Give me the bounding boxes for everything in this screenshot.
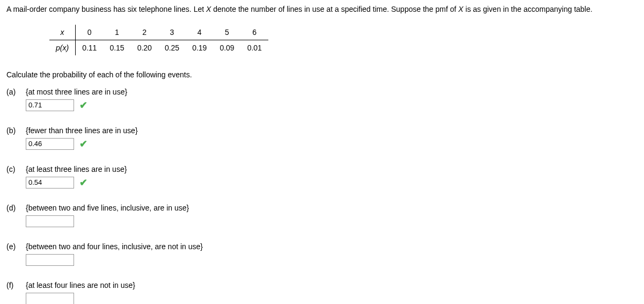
question-a-text: {at most three lines are in use} — [26, 88, 638, 96]
pmf-p-6: 0.01 — [241, 40, 268, 55]
pmf-p-2: 0.20 — [131, 40, 158, 55]
question-d-text: {between two and five lines, inclusive, … — [26, 204, 638, 212]
pmf-x-6: 6 — [241, 25, 268, 40]
problem-intro-post: is as given in the accompanying table. — [463, 5, 592, 13]
question-d-label: (d) — [6, 204, 26, 212]
pmf-x-4: 4 — [186, 25, 213, 40]
instruction: Calculate the probability of each of the… — [6, 70, 638, 79]
question-a: (a) {at most three lines are in use} ✔ — [6, 88, 638, 111]
pmf-p-5: 0.09 — [213, 40, 240, 55]
question-c-text: {at least three lines are in use} — [26, 165, 638, 173]
pmf-x-0: 0 — [76, 25, 104, 40]
answer-b-input[interactable] — [26, 138, 74, 150]
pmf-table: x 0 1 2 3 4 5 6 p(x) 0.11 0.15 0.20 0.25… — [49, 25, 268, 55]
pmf-p-3: 0.25 — [158, 40, 186, 55]
question-c: (c) {at least three lines are in use} ✔ — [6, 165, 638, 189]
var-x2: X — [458, 5, 463, 13]
question-b-label: (b) — [6, 126, 26, 135]
problem-statement: A mail-order company business has six te… — [6, 4, 638, 15]
check-icon: ✔ — [79, 177, 87, 189]
pmf-p-label: p(x) — [49, 40, 76, 55]
pmf-row-x: x 0 1 2 3 4 5 6 — [49, 25, 268, 40]
answer-c-input[interactable] — [26, 177, 74, 189]
question-f: (f) {at least four lines are not in use} — [6, 281, 638, 304]
question-d: (d) {between two and five lines, inclusi… — [6, 204, 638, 227]
var-x: X — [206, 5, 211, 13]
pmf-x-2: 2 — [131, 25, 158, 40]
pmf-x-1: 1 — [103, 25, 130, 40]
pmf-x-5: 5 — [213, 25, 240, 40]
answer-e-input[interactable] — [26, 254, 74, 266]
question-e: (e) {between two and four lines, inclusi… — [6, 242, 638, 266]
question-f-text: {at least four lines are not in use} — [26, 281, 638, 289]
question-f-label: (f) — [6, 281, 26, 289]
check-icon: ✔ — [79, 99, 87, 111]
question-e-label: (e) — [6, 242, 26, 251]
problem-intro-mid: denote the number of lines in use at a s… — [211, 5, 458, 13]
question-c-label: (c) — [6, 165, 26, 173]
problem-intro-pre: A mail-order company business has six te… — [6, 5, 206, 13]
answer-d-input[interactable] — [26, 215, 74, 227]
answer-f-input[interactable] — [26, 293, 74, 304]
question-b-text: {fewer than three lines are in use} — [26, 126, 638, 135]
pmf-p-0: 0.11 — [76, 40, 104, 55]
pmf-x-3: 3 — [158, 25, 186, 40]
question-a-label: (a) — [6, 88, 26, 96]
pmf-p-1: 0.15 — [103, 40, 130, 55]
question-b: (b) {fewer than three lines are in use} … — [6, 126, 638, 150]
question-e-text: {between two and four lines, inclusive, … — [26, 242, 638, 251]
check-icon: ✔ — [79, 138, 87, 150]
pmf-row-p: p(x) 0.11 0.15 0.20 0.25 0.19 0.09 0.01 — [49, 40, 268, 55]
pmf-p-4: 0.19 — [186, 40, 213, 55]
answer-a-input[interactable] — [26, 99, 74, 111]
pmf-x-label: x — [49, 25, 76, 40]
